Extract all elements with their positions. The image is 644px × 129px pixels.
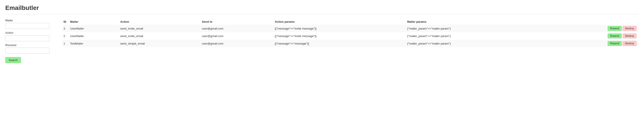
- col-header-action-params: Action params: [274, 19, 406, 25]
- divider: [5, 14, 639, 14]
- email-log-table: ID Mailer Action Send to Action params M…: [62, 19, 639, 47]
- receiver-input[interactable]: [5, 48, 49, 54]
- table-body: 3UserMailersend_invite_emailuser@gmail.c…: [62, 25, 639, 47]
- cell-action: send_invite_email: [119, 25, 201, 32]
- cell-mailer: TestMailer: [69, 40, 119, 47]
- destroy-button[interactable]: Destroy: [622, 26, 636, 31]
- col-header-id: ID: [62, 19, 69, 25]
- cell-send-to: user@gmail.com: [201, 25, 274, 32]
- action-label: Action: [5, 31, 54, 34]
- sidebar: Mailer Action Receiver Search: [5, 19, 54, 63]
- main-layout: Mailer Action Receiver Search ID Mailer …: [5, 19, 639, 63]
- action-input[interactable]: [5, 35, 49, 41]
- resend-button[interactable]: Resend: [608, 26, 622, 31]
- cell-action-params: [{"message"=>"message"}]: [274, 40, 406, 47]
- mailer-field-group: Mailer: [5, 19, 54, 29]
- cell-mailer-params: {"mailer_param"=>"mailer param"}: [406, 25, 544, 32]
- cell-send-to: user@gmail.com: [201, 32, 274, 40]
- cell-action-params: [{"message"=>"invite message"}]: [274, 32, 406, 40]
- cell-row-actions: ResendDestroy: [544, 25, 639, 32]
- receiver-field-group: Receiver: [5, 44, 54, 54]
- search-button[interactable]: Search: [5, 57, 21, 63]
- table-row: 1TestMailersend_simple_emailuser@gmail.c…: [62, 40, 639, 47]
- table-header: ID Mailer Action Send to Action params M…: [62, 19, 639, 25]
- col-header-mailer-params: Mailer params: [406, 19, 544, 25]
- cell-action-params: [{"message"=>"invite message"}]: [274, 25, 406, 32]
- cell-id: 3: [62, 25, 69, 32]
- mailer-label: Mailer: [5, 19, 54, 22]
- table-container: ID Mailer Action Send to Action params M…: [62, 19, 639, 47]
- mailer-input[interactable]: [5, 23, 49, 29]
- table-header-row: ID Mailer Action Send to Action params M…: [62, 19, 639, 25]
- cell-id: 1: [62, 40, 69, 47]
- col-header-send-to: Send to: [201, 19, 274, 25]
- cell-action: send_invite_email: [119, 32, 201, 40]
- action-field-group: Action: [5, 31, 54, 41]
- page-title: Emailbutler: [5, 4, 639, 12]
- cell-mailer-params: {"mailer_param"=>"mailer param"}: [406, 40, 544, 47]
- destroy-button[interactable]: Destroy: [622, 41, 636, 46]
- cell-id: 2: [62, 32, 69, 40]
- receiver-label: Receiver: [5, 44, 54, 47]
- col-header-actions: [544, 19, 639, 25]
- cell-mailer-params: {"mailer_param"=>"mailer param"}: [406, 32, 544, 40]
- cell-mailer: UserMailer: [69, 32, 119, 40]
- resend-button[interactable]: Resend: [608, 41, 622, 46]
- cell-mailer: UserMailer: [69, 25, 119, 32]
- col-header-mailer: Mailer: [69, 19, 119, 25]
- cell-row-actions: ResendDestroy: [544, 40, 639, 47]
- col-header-action: Action: [119, 19, 201, 25]
- resend-button[interactable]: Resend: [608, 34, 622, 38]
- cell-row-actions: ResendDestroy: [544, 32, 639, 40]
- destroy-button[interactable]: Destroy: [622, 34, 636, 38]
- table-row: 3UserMailersend_invite_emailuser@gmail.c…: [62, 25, 639, 32]
- cell-action: send_simple_email: [119, 40, 201, 47]
- table-row: 2UserMailersend_invite_emailuser@gmail.c…: [62, 32, 639, 40]
- cell-send-to: user@gmail.com: [201, 40, 274, 47]
